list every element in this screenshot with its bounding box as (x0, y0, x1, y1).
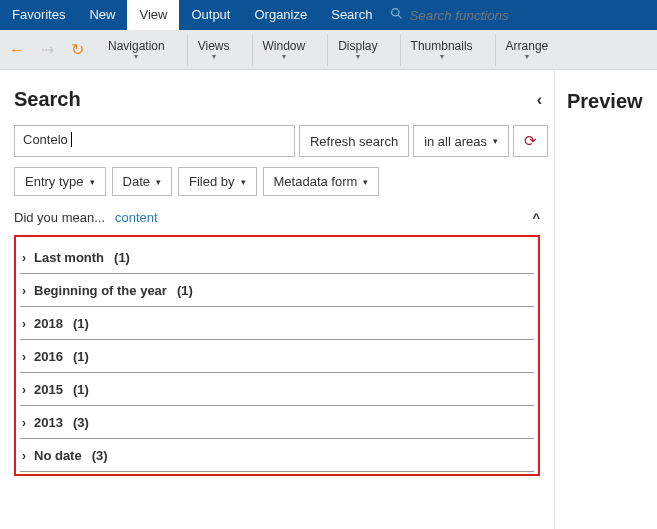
tab-organize[interactable]: Organize (242, 0, 319, 30)
refresh-search-button[interactable]: Refresh search (299, 125, 409, 157)
ribbon-navigation[interactable]: Navigation▾ (98, 34, 175, 66)
search-icon (390, 7, 403, 23)
result-group-2015[interactable]: › 2015(1) (20, 373, 534, 406)
did-you-mean-label: Did you mean... (14, 210, 105, 225)
tab-view[interactable]: View (127, 0, 179, 30)
function-search-input[interactable] (409, 8, 579, 23)
filter-filed-by[interactable]: Filed by▾ (178, 167, 257, 196)
back-icon[interactable]: ← (8, 41, 26, 59)
result-group-2018[interactable]: › 2018(1) (20, 307, 534, 340)
main-tabbar: Favorites New View Output Organize Searc… (0, 0, 657, 30)
area-select[interactable]: in all areas▾ (413, 125, 509, 157)
ribbon-views[interactable]: Views▾ (187, 34, 240, 66)
tab-new[interactable]: New (77, 0, 127, 30)
refresh-icon-button[interactable]: ⟳ (513, 125, 548, 157)
ribbon-toolbar: ← ⇢ ↻ Navigation▾ Views▾ Window▾ Display… (0, 30, 657, 70)
refresh-icon: ⟳ (524, 132, 537, 150)
collapse-results-icon[interactable]: ^ (532, 210, 548, 225)
chevron-right-icon: › (22, 350, 26, 364)
result-group-no-date[interactable]: › No date(3) (20, 439, 534, 472)
forward-disabled-icon: ⇢ (38, 40, 56, 59)
svg-line-1 (399, 15, 402, 18)
chevron-right-icon: › (22, 416, 26, 430)
filter-entry-type[interactable]: Entry type▾ (14, 167, 106, 196)
did-you-mean-link[interactable]: content (115, 210, 158, 225)
filter-date[interactable]: Date▾ (112, 167, 172, 196)
ribbon-window[interactable]: Window▾ (252, 34, 316, 66)
collapse-panel-icon[interactable]: ‹ (531, 89, 548, 111)
chevron-right-icon: › (22, 383, 26, 397)
chevron-right-icon: › (22, 284, 26, 298)
chevron-right-icon: › (22, 317, 26, 331)
chevron-right-icon: › (22, 449, 26, 463)
ribbon-arrange[interactable]: Arrange▾ (495, 34, 559, 66)
result-group-last-month[interactable]: › Last month(1) (20, 241, 534, 274)
filter-metadata[interactable]: Metadata form▾ (263, 167, 380, 196)
preview-title: Preview (567, 90, 645, 113)
svg-point-0 (392, 9, 399, 16)
search-query-input[interactable]: Contelo (14, 125, 295, 157)
ribbon-display[interactable]: Display▾ (327, 34, 387, 66)
result-group-year-begin[interactable]: › Beginning of the year(1) (20, 274, 534, 307)
tab-favorites[interactable]: Favorites (0, 0, 77, 30)
tab-search[interactable]: Search (319, 0, 384, 30)
ribbon-thumbnails[interactable]: Thumbnails▾ (400, 34, 483, 66)
result-group-2016[interactable]: › 2016(1) (20, 340, 534, 373)
results-highlight-box: › Last month(1) › Beginning of the year(… (14, 235, 540, 476)
result-group-2013[interactable]: › 2013(3) (20, 406, 534, 439)
page-title: Search (14, 88, 81, 111)
tab-output[interactable]: Output (179, 0, 242, 30)
chevron-right-icon: › (22, 251, 26, 265)
reload-icon[interactable]: ↻ (68, 40, 86, 59)
